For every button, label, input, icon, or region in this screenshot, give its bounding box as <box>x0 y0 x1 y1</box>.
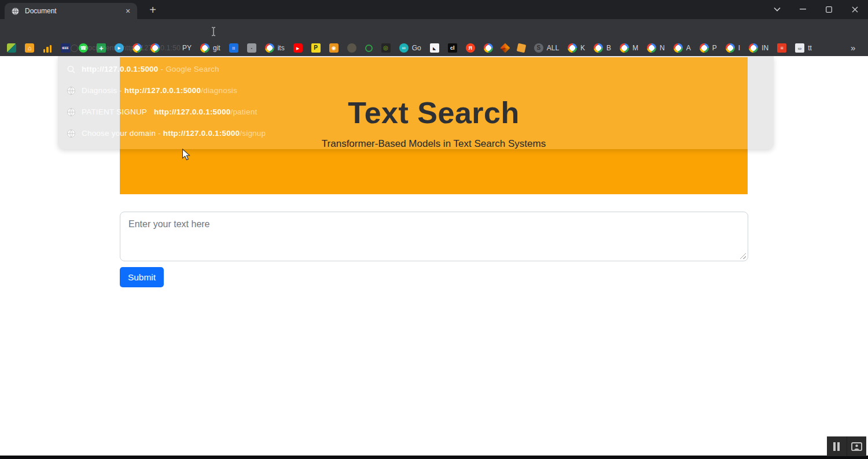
globe-icon <box>67 108 76 117</box>
search-icon <box>67 65 76 74</box>
bookmark-analytics-icon <box>43 43 52 53</box>
bookmark-google-m-icon <box>620 43 629 53</box>
text-search-input[interactable] <box>120 212 748 261</box>
globe-icon <box>67 129 76 138</box>
bookmark-pastebin[interactable]: P <box>311 43 321 53</box>
bottom-strip <box>0 456 868 459</box>
bookmark-google-in[interactable]: IN <box>749 43 768 53</box>
bookmark-nvidia[interactable]: ◎ <box>381 43 391 53</box>
bookmark-google-m-label: M <box>632 44 638 52</box>
bookmark-google-k-label: K <box>580 44 585 52</box>
bookmark-youtube[interactable]: ▶ <box>293 43 303 53</box>
bookmark-movie-camera[interactable]: ◉ <box>329 43 339 53</box>
bookmark-builder-icon: ⌂ <box>25 43 34 53</box>
bookmark-notes-icon <box>7 43 16 53</box>
bookmark-sticker[interactable] <box>517 44 525 52</box>
bookmark-google-a[interactable]: A <box>674 43 691 53</box>
bookmark-google-in-label: IN <box>762 44 768 52</box>
bookmark-matlab-icon <box>500 43 510 53</box>
bookmark-python[interactable]: PY <box>179 44 192 52</box>
suggestion-choose-domain[interactable]: Choose your domain - http://127.0.0.1:50… <box>58 123 774 144</box>
bookmark-green-ring-icon <box>365 45 373 52</box>
bookmark-git-label: git <box>213 44 220 52</box>
suggestion-diagnosis[interactable]: Diagnosis - http://127.0.0.1:5000/diagno… <box>58 80 774 101</box>
bookmark-typewriter-icon: ▭ <box>795 43 804 53</box>
bookmark-youtube-icon: ▶ <box>293 43 303 53</box>
window-minimize-button[interactable] <box>790 0 816 18</box>
bookmark-google-its[interactable]: its <box>265 43 285 53</box>
bookmark-google-b-label: B <box>606 44 611 52</box>
bookmark-cart-faded[interactable] <box>347 43 356 53</box>
bookmark-google-b-icon <box>594 43 603 53</box>
bookmark-google-m[interactable]: M <box>620 43 638 53</box>
bookmark-ieee-icon: IEEE <box>61 43 70 53</box>
bookmark-google-k[interactable]: K <box>568 43 585 53</box>
submit-button[interactable]: Submit <box>120 267 164 287</box>
bookmark-google-b[interactable]: B <box>594 43 611 53</box>
bookmark-google-i[interactable]: I <box>726 43 740 53</box>
bookmark-green-ring[interactable] <box>365 45 373 52</box>
bookmark-typewriter[interactable]: ▭tt <box>795 43 812 53</box>
bookmark-google-its-label: its <box>278 44 285 52</box>
pause-button[interactable] <box>827 436 847 456</box>
bookmark-sticker-icon <box>516 43 526 53</box>
bookmark-git[interactable]: git <box>200 43 220 53</box>
bookmark-google-n[interactable]: N <box>647 43 665 53</box>
tab-document[interactable]: Document × <box>5 3 137 19</box>
suggestion-patient-signup[interactable]: PATIENT SIGNUP http://127.0.0.1:5000/pat… <box>58 101 774 123</box>
bookmark-builder[interactable]: ⌂ <box>25 43 34 53</box>
person-frame-icon <box>851 442 862 451</box>
bookmark-barcode-icon: ||| <box>229 43 238 53</box>
bookmark-notes[interactable] <box>7 43 16 53</box>
pause-icon <box>833 442 836 451</box>
globe-icon <box>67 86 76 95</box>
webcam-frame-button[interactable] <box>847 436 867 456</box>
bookmark-google-its-icon <box>265 43 274 53</box>
bookmark-cl-icon: cl <box>448 43 457 53</box>
browser-toolbar: http://127.0.0.1:5000 ☆ Incognito <box>0 19 868 39</box>
bookmark-barcode[interactable]: ||| <box>229 43 238 53</box>
bookmark-briefcase[interactable]: ▪ <box>247 43 256 53</box>
suggestion-google-search[interactable]: http://127.0.0.1:5000 - Google Search <box>58 58 774 80</box>
ghost-globe-icon <box>71 45 78 52</box>
bookmark-google-i-label: I <box>738 44 740 52</box>
tab-strip: Document × + <box>0 0 868 19</box>
window-maximize-button[interactable] <box>816 0 842 18</box>
bookmark-movie-camera-icon: ◉ <box>329 43 339 53</box>
bookmark-google-k-icon <box>568 43 577 53</box>
browser-window: Document × + http://12 <box>0 0 868 459</box>
bookmark-google-i-icon <box>726 43 735 53</box>
bookmark-pdf[interactable]: ≡ <box>777 43 786 53</box>
window-close-button[interactable] <box>842 0 868 18</box>
bookmark-google-n-label: N <box>660 44 665 52</box>
ghost-suggestion: Document - http://127.0.0.1:50 <box>71 44 181 52</box>
tab-close-icon[interactable]: × <box>123 7 133 15</box>
bookmark-briefcase-icon: ▪ <box>247 43 256 53</box>
omnibox-suggestions: http://127.0.0.1:5000 - Google SearchDia… <box>58 58 774 144</box>
bookmark-google-a-label: A <box>686 44 691 52</box>
bookmark-eagle-doc[interactable]: ◣ <box>430 43 439 53</box>
bookmark-yandex[interactable]: Я <box>466 43 475 53</box>
bookmark-nvidia-icon: ◎ <box>381 43 391 53</box>
bookmark-godaddy-label: Go <box>412 44 421 52</box>
bookmark-pastebin-icon: P <box>311 43 321 53</box>
bookmark-s-globe-label: ALL <box>547 44 559 52</box>
bookmark-google-3[interactable] <box>484 43 493 53</box>
bookmark-google-p-label: P <box>712 44 717 52</box>
bookmark-s-globe[interactable]: SALL <box>534 43 559 53</box>
bookmark-matlab[interactable] <box>502 45 509 51</box>
bookmark-analytics[interactable] <box>43 43 52 53</box>
tab-favicon-globe-icon <box>11 7 20 16</box>
bookmark-pdf-icon: ≡ <box>777 43 786 53</box>
bookmark-google-a-icon <box>674 43 683 53</box>
bookmark-ieee[interactable]: IEEE <box>61 43 70 53</box>
tab-search-chevron-icon[interactable] <box>764 0 790 18</box>
new-tab-button[interactable]: + <box>145 2 161 17</box>
bookmark-godaddy[interactable]: ∞Go <box>399 43 421 53</box>
tab-title: Document <box>25 7 123 15</box>
recorder-controls <box>827 436 866 456</box>
bookmark-google-p[interactable]: P <box>700 43 717 53</box>
bookmark-cl[interactable]: cl <box>448 43 457 53</box>
bookmark-google-in-icon <box>749 43 758 53</box>
bookmarks-overflow-icon[interactable]: » <box>851 43 855 53</box>
